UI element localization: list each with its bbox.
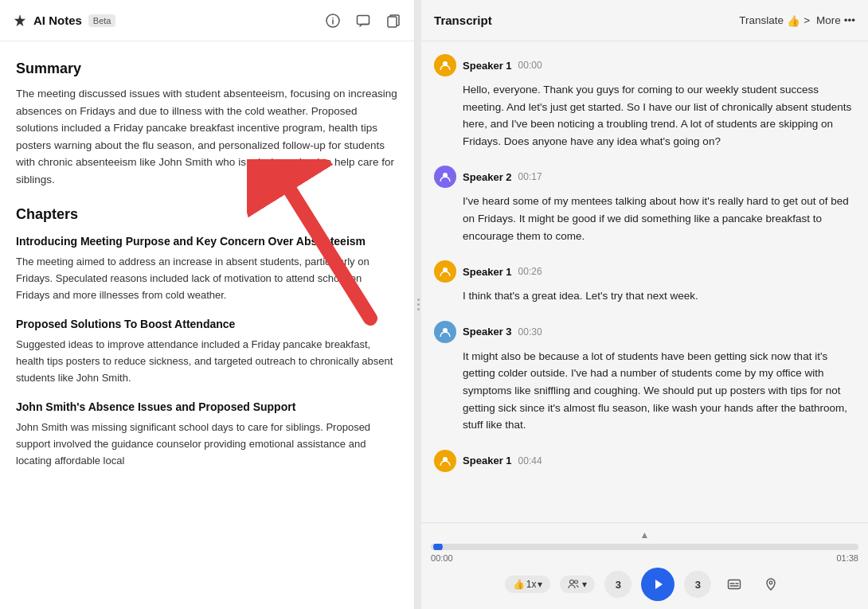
translate-label: Translate: [739, 14, 784, 26]
time-row: 00:00 01:38: [431, 553, 858, 563]
svg-rect-4: [388, 17, 397, 27]
chapter-heading-2: Proposed Solutions To Boost Attendance: [16, 317, 398, 333]
svg-rect-3: [358, 15, 369, 24]
speed-label: 1x: [526, 579, 537, 590]
left-content: Summary The meeting discussed issues wit…: [0, 41, 414, 609]
info-icon[interactable]: [325, 13, 341, 29]
speaker-header-2: Speaker 2 00:17: [434, 166, 855, 188]
speaker-block-5: Speaker 1 00:44: [434, 450, 855, 472]
speaker-text-1-1: Hello, everyone. Thank you guys for comi…: [463, 81, 855, 150]
left-panel: AI Notes Beta: [0, 0, 415, 609]
chapter-text-1: The meeting aimed to address an increase…: [16, 254, 398, 303]
speaker-name-3: Speaker 3: [463, 326, 511, 338]
skip-back-button[interactable]: 3: [604, 571, 631, 598]
chapters-title: Chapters: [16, 206, 398, 223]
speaker-header-5: Speaker 1 00:44: [434, 450, 855, 472]
collapse-section[interactable]: ▲: [431, 529, 858, 541]
collapse-icon: ▲: [640, 529, 650, 541]
location-icon: [764, 577, 778, 591]
speaker-time-1-3: 00:44: [518, 455, 542, 467]
speaker-name-1-3: Speaker 1: [463, 455, 511, 467]
more-label: More: [816, 14, 841, 26]
chapter-text-3: John Smith was missing significant schoo…: [16, 420, 398, 469]
speaker-block-1: Speaker 1 00:00 Hello, everyone. Thank y…: [434, 54, 855, 150]
transcript-content: Speaker 1 00:00 Hello, everyone. Thank y…: [421, 41, 868, 522]
divider-dot-1: [417, 299, 420, 301]
chapter-item-2: Proposed Solutions To Boost Attendance S…: [16, 317, 398, 387]
speaker-time-1-1: 00:00: [518, 60, 542, 71]
skip-forward-button[interactable]: 3: [684, 571, 711, 598]
svg-rect-15: [729, 580, 741, 589]
svg-point-12: [570, 580, 574, 584]
divider-dot-3: [417, 308, 420, 310]
translate-emoji-icon: 👍: [787, 14, 800, 27]
header-brand: AI Notes Beta: [13, 14, 115, 28]
divider-dot-2: [417, 303, 420, 306]
controls-row: 👍 1x ▾ ▾ 3 3: [431, 568, 858, 601]
chapter-item-3: John Smith's Absence Issues and Proposed…: [16, 400, 398, 470]
left-header: AI Notes Beta: [0, 0, 414, 41]
speed-chevron-icon: ▾: [538, 579, 542, 590]
chapter-item-1: Introducing Meeting Purpose and Key Conc…: [16, 234, 398, 304]
participants-icon: [568, 579, 579, 590]
header-actions: Translate 👍 > More •••: [739, 14, 855, 27]
divider-handle: [417, 299, 420, 310]
message-icon[interactable]: [355, 13, 371, 29]
right-panel: Transcript Translate 👍 > More ••• Speake…: [421, 0, 868, 609]
play-button[interactable]: [641, 568, 674, 601]
speaker-block-2: Speaker 2 00:17 I've heard some of my me…: [434, 166, 855, 244]
speaker-name-2: Speaker 2: [463, 171, 511, 183]
speaker-header-1: Speaker 1 00:00: [434, 54, 855, 76]
translate-button[interactable]: Translate 👍 >: [739, 14, 810, 27]
current-time: 00:00: [431, 553, 453, 563]
avatar-speaker1-3: [434, 450, 456, 472]
ai-star-icon: [13, 14, 27, 28]
more-dots-icon: •••: [844, 14, 855, 26]
chapter-heading-1: Introducing Meeting Purpose and Key Conc…: [16, 234, 398, 250]
speaker-text-3: It might also be because a lot of studen…: [463, 348, 855, 434]
progress-track[interactable]: [431, 544, 858, 550]
summary-title: Summary: [16, 61, 398, 77]
participants-button[interactable]: ▾: [560, 576, 595, 593]
play-icon: [651, 578, 664, 591]
summary-text: The meeting discussed issues with studen…: [16, 85, 398, 189]
progress-dot: [433, 544, 443, 550]
beta-badge: Beta: [88, 14, 116, 27]
speaker-text-1-2: I think that's a great idea. Let's try t…: [463, 287, 855, 305]
copy-icon[interactable]: [385, 13, 401, 29]
speaker-time-3: 00:30: [518, 326, 542, 338]
svg-marker-14: [655, 580, 663, 589]
captions-button[interactable]: [721, 571, 748, 598]
panel-divider[interactable]: [415, 0, 421, 609]
more-button[interactable]: More •••: [816, 14, 855, 26]
svg-point-13: [575, 580, 578, 584]
avatar-speaker1-1: [434, 54, 456, 76]
header-icons: [325, 13, 401, 29]
participants-chevron-icon: ▾: [582, 579, 587, 590]
location-button[interactable]: [757, 571, 784, 598]
speaker-time-2: 00:17: [518, 171, 542, 182]
speed-emoji-icon: 👍: [513, 579, 525, 590]
skip-back-label: 3: [616, 579, 621, 591]
speaker-header-4: Speaker 3 00:30: [434, 321, 855, 343]
speaker-text-2: I've heard some of my mentees talking ab…: [463, 193, 855, 244]
chapter-text-2: Suggested ideas to improve attendance in…: [16, 337, 398, 386]
speaker-time-1-2: 00:26: [518, 266, 542, 277]
speed-button[interactable]: 👍 1x ▾: [505, 576, 551, 593]
captions-icon: [727, 577, 741, 591]
avatar-speaker1-2: [434, 260, 456, 283]
avatar-speaker3: [434, 321, 456, 343]
svg-point-2: [332, 17, 334, 18]
total-time: 01:38: [836, 553, 858, 563]
speaker-name-1-2: Speaker 1: [463, 266, 511, 278]
speaker-block-4: Speaker 3 00:30 It might also be because…: [434, 321, 855, 434]
svg-point-19: [770, 581, 773, 584]
translate-chevron-icon: >: [803, 14, 810, 26]
avatar-speaker2: [434, 166, 456, 188]
app-title: AI Notes: [33, 14, 82, 27]
transcript-title: Transcript: [434, 14, 492, 27]
chapter-heading-3: John Smith's Absence Issues and Proposed…: [16, 400, 398, 416]
skip-forward-label: 3: [695, 579, 701, 591]
speaker-name-1-1: Speaker 1: [463, 60, 511, 72]
progress-section: ▲ 00:00 01:38: [431, 529, 858, 563]
